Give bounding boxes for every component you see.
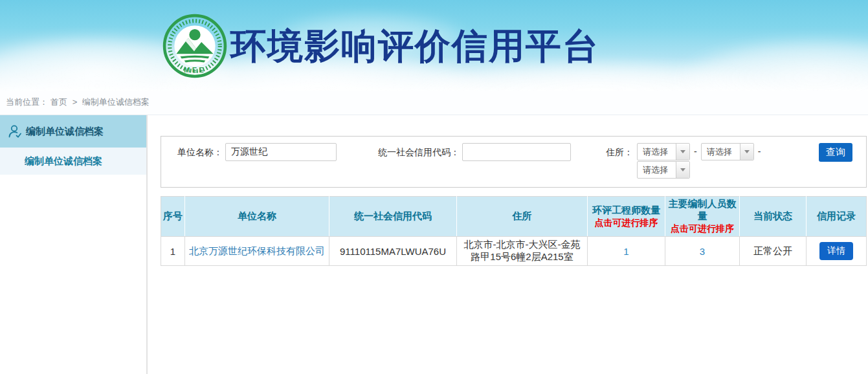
col-header-unit-name: 单位名称: [185, 197, 329, 237]
table-row: 1 北京万源世纪环保科技有限公司 91110115MA7LWUA76U 北京市-…: [161, 237, 867, 266]
sort-hint: 点击可进行排序: [589, 217, 663, 229]
sidebar-item-credit-archive[interactable]: 编制单位诚信档案: [0, 115, 146, 148]
district-select[interactable]: 请选择: [637, 161, 690, 179]
brand: MEE 环境影响评价信用平台: [162, 13, 599, 79]
province-select-value: 请选择: [638, 144, 676, 160]
city-select[interactable]: 请选择: [701, 143, 754, 160]
user-check-icon: [6, 123, 23, 140]
col-header-label: 主要编制人员数量: [669, 198, 737, 221]
breadcrumb: 当前位置：首页 > 编制单位诚信档案: [0, 91, 868, 115]
chevron-down-icon[interactable]: [676, 162, 689, 178]
col-header-label: 环评工程师数量: [592, 204, 660, 215]
svg-text:MEE: MEE: [184, 66, 205, 74]
breadcrumb-separator: >: [72, 97, 78, 107]
cell-credit-code: 91110115MA7LWUA76U: [329, 237, 457, 266]
col-header-credit-record: 信用记录: [807, 197, 867, 237]
breadcrumb-home-link[interactable]: 首页: [50, 97, 67, 107]
col-header-credit-code: 统一社会信用代码: [329, 197, 457, 237]
cell-status: 正常公开: [740, 237, 807, 266]
col-header-staff-count[interactable]: 主要编制人员数量 点击可进行排序: [665, 197, 740, 237]
table-header-row: 序号 单位名称 统一社会信用代码 住所 环评工程师数量 点击可进行排序 主要编制…: [161, 197, 867, 237]
mee-logo-icon: MEE: [162, 13, 228, 79]
sidebar-subitem-credit-archive[interactable]: 编制单位诚信档案: [0, 148, 146, 175]
dash-separator: -: [758, 143, 761, 160]
results-table: 序号 单位名称 统一社会信用代码 住所 环评工程师数量 点击可进行排序 主要编制…: [161, 196, 867, 266]
detail-button[interactable]: 详情: [819, 242, 853, 260]
staff-count-link[interactable]: 3: [700, 246, 705, 257]
site-title: 环境影响评价信用平台: [230, 13, 599, 79]
site-header: MEE 环境影响评价信用平台: [0, 0, 868, 91]
district-select-value: 请选择: [638, 162, 676, 178]
dash-separator: -: [694, 143, 697, 160]
credit-code-input[interactable]: [462, 143, 571, 161]
cell-address: 北京市-北京市-大兴区-金苑路甲15号6幢2层A215室: [457, 237, 588, 266]
chevron-down-icon[interactable]: [740, 144, 753, 160]
unit-name-input[interactable]: [225, 143, 337, 161]
main-content: 单位名称： 统一社会信用代码： 住所： 请选择 -: [148, 115, 868, 374]
sidebar-item-label: 编制单位诚信档案: [25, 155, 102, 168]
breadcrumb-prefix: 当前位置：: [6, 97, 48, 107]
col-header-status: 当前状态: [740, 197, 807, 237]
cell-index: 1: [161, 237, 185, 266]
col-header-index: 序号: [161, 197, 185, 237]
credit-code-label: 统一社会信用代码：: [378, 143, 460, 161]
engineer-count-link[interactable]: 1: [623, 246, 629, 257]
cloud-decoration: [680, 39, 868, 91]
col-header-engineer-count[interactable]: 环评工程师数量 点击可进行排序: [588, 197, 665, 237]
search-form: 单位名称： 统一社会信用代码： 住所： 请选择 -: [161, 136, 867, 188]
chevron-down-icon[interactable]: [676, 144, 689, 160]
sidebar: 编制单位诚信档案 编制单位诚信档案: [0, 115, 148, 374]
city-select-value: 请选择: [702, 144, 740, 160]
sort-hint: 点击可进行排序: [667, 223, 738, 235]
company-name-link[interactable]: 北京万源世纪环保科技有限公司: [189, 245, 325, 256]
address-label: 住所：: [606, 143, 633, 179]
unit-name-label: 单位名称：: [177, 143, 223, 161]
province-select[interactable]: 请选择: [637, 143, 690, 160]
breadcrumb-current: 编制单位诚信档案: [82, 97, 150, 107]
sidebar-item-label: 编制单位诚信档案: [26, 126, 104, 138]
query-button[interactable]: 查询: [819, 143, 852, 162]
col-header-address: 住所: [457, 197, 588, 237]
